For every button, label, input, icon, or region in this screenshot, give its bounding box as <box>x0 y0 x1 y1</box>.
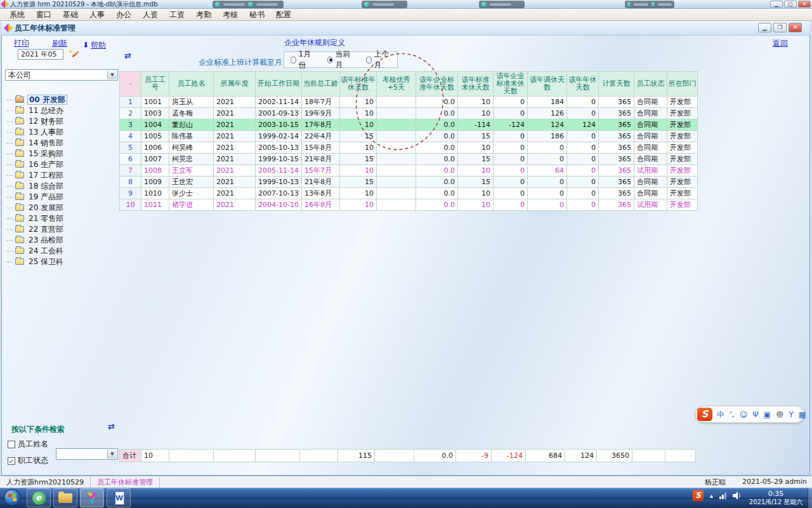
tree-item-12[interactable]: 12 财务部 <box>6 116 67 126</box>
table-cell[interactable]: 0.0 <box>416 131 457 142</box>
table-cell[interactable]: 18年7月 <box>301 97 339 108</box>
network-icon[interactable] <box>719 493 726 499</box>
start-button[interactable] <box>4 489 21 506</box>
taskbar-hrm-button[interactable] <box>80 488 104 507</box>
table-cell[interactable]: 2001-09-13 <box>256 108 302 119</box>
table-cell[interactable]: 1007 <box>141 154 169 165</box>
menu-item[interactable]: 办公 <box>110 9 137 20</box>
menu-item[interactable]: 配置 <box>270 9 297 20</box>
table-cell[interactable]: 2 <box>120 108 141 119</box>
table-cell[interactable]: 3 <box>120 119 141 131</box>
radio-option[interactable]: 上个月 <box>366 49 391 70</box>
period-input[interactable]: 2021 年05 <box>18 49 63 60</box>
table-cell[interactable]: 0.0 <box>416 199 457 211</box>
table-cell[interactable]: 褚学进 <box>169 199 214 211</box>
table-row[interactable]: 11001房玉从20212002-11-1418年7月100.010018403… <box>120 97 698 108</box>
sogou-logo-icon[interactable]: S <box>697 408 712 421</box>
table-cell[interactable]: 开发部 <box>667 165 697 177</box>
table-cell[interactable]: 1005 <box>141 131 169 142</box>
table-cell[interactable]: 10 <box>120 199 141 211</box>
table-cell[interactable]: 365 <box>598 97 634 108</box>
table-cell[interactable]: 1999-10-13 <box>256 177 302 188</box>
table-cell[interactable]: 15 <box>339 177 376 188</box>
table-cell[interactable]: 2005-10-13 <box>256 142 302 154</box>
table-cell[interactable]: 0 <box>566 165 598 177</box>
table-cell[interactable]: 5 <box>120 142 141 154</box>
table-cell[interactable]: 365 <box>598 119 634 131</box>
table-cell[interactable] <box>376 97 416 108</box>
table-cell[interactable]: 0 <box>566 177 598 188</box>
table-cell[interactable]: 10 <box>457 199 493 211</box>
name-filter-select[interactable]: ▼ <box>56 448 118 460</box>
tree-item-17[interactable]: 17 工程部 <box>6 170 67 180</box>
table-cell[interactable]: 试用期 <box>634 165 667 177</box>
tree-item-25[interactable]: 25 保卫科 <box>6 257 67 267</box>
table-cell[interactable]: 365 <box>598 154 634 165</box>
table-cell[interactable]: 0.0 <box>416 142 457 154</box>
tree-item-11[interactable]: 11 总经办 <box>6 105 67 116</box>
transfer-columns-icon[interactable]: ⇄ <box>124 52 131 60</box>
table-cell[interactable]: 0 <box>566 108 598 119</box>
tree-item-16[interactable]: 16 生产部 <box>6 159 67 170</box>
table-cell[interactable]: 2021 <box>214 97 256 108</box>
table-cell[interactable]: 0 <box>566 97 598 108</box>
table-cell[interactable]: 张少士 <box>169 188 214 199</box>
table-cell[interactable]: 2021 <box>214 154 256 165</box>
taskbar-clock[interactable]: 0:35 2021/6/12 星期六 <box>749 490 803 506</box>
column-header[interactable]: 计算天数 <box>598 72 634 97</box>
column-header[interactable]: 所在部门 <box>667 72 697 97</box>
table-cell[interactable] <box>376 199 416 211</box>
table-cell[interactable]: 0.0 <box>416 97 457 108</box>
table-cell[interactable]: 1011 <box>141 199 169 211</box>
maximize-button[interactable]: □ <box>784 1 797 8</box>
table-cell[interactable]: 15 <box>339 131 376 142</box>
menu-item[interactable]: 人资 <box>137 9 164 20</box>
table-cell[interactable] <box>376 119 416 131</box>
table-cell[interactable]: 2021 <box>214 131 256 142</box>
table-cell[interactable] <box>376 108 416 119</box>
table-cell[interactable]: 9 <box>120 188 141 199</box>
table-cell[interactable]: 2002-11-14 <box>256 97 302 108</box>
tree-item-14[interactable]: 14 销售部 <box>6 138 67 148</box>
table-cell[interactable]: 0.0 <box>416 188 457 199</box>
table-cell[interactable]: 21年8月 <box>301 177 339 188</box>
tree-item-21[interactable]: 21 零售部 <box>6 213 67 224</box>
table-cell[interactable]: 8 <box>120 177 141 188</box>
table-row[interactable]: 101011褚学进20212004-10-1016年8月100.01000036… <box>120 199 698 211</box>
table-cell[interactable]: 0 <box>493 199 527 211</box>
table-cell[interactable]: 合同期 <box>634 188 667 199</box>
table-cell[interactable]: 365 <box>598 108 634 119</box>
menu-item[interactable]: 基础 <box>57 9 84 20</box>
table-cell[interactable]: 0 <box>566 154 598 165</box>
table-cell[interactable]: 186 <box>527 131 566 142</box>
table-cell[interactable]: 0.0 <box>416 154 457 165</box>
table-cell[interactable]: 2021 <box>214 165 256 177</box>
column-header[interactable]: 该年标准年休天数 <box>339 72 376 97</box>
table-cell[interactable]: 2021 <box>214 177 256 188</box>
table-cell[interactable]: 开发部 <box>667 108 697 119</box>
table-cell[interactable]: 10 <box>339 142 376 154</box>
table-cell[interactable] <box>376 154 416 165</box>
skin-icon[interactable]: Y <box>789 410 793 419</box>
table-cell[interactable]: 126 <box>527 108 566 119</box>
table-cell[interactable]: 124 <box>566 119 598 131</box>
table-cell[interactable]: 7 <box>120 165 141 177</box>
table-cell[interactable]: 10 <box>339 119 376 131</box>
table-cell[interactable]: 0 <box>566 142 598 154</box>
column-header[interactable]: 员工姓名 <box>169 72 214 97</box>
sogou-tray-icon[interactable]: S <box>693 490 704 501</box>
table-cell[interactable]: 13年8月 <box>301 188 339 199</box>
column-header[interactable]: 开始工作日期 <box>256 72 302 97</box>
table-cell[interactable]: 王世宏 <box>169 177 214 188</box>
table-cell[interactable]: 10 <box>339 199 376 211</box>
table-cell[interactable]: 合同期 <box>634 119 667 131</box>
table-cell[interactable]: 1004 <box>141 119 169 131</box>
table-cell[interactable]: 10 <box>339 97 376 108</box>
table-cell[interactable]: -114 <box>457 119 493 131</box>
radio-selected[interactable]: 当前月 <box>327 49 352 70</box>
table-cell[interactable]: 0 <box>527 154 566 165</box>
column-header[interactable]: 所属年度 <box>214 72 256 97</box>
table-cell[interactable]: 开发部 <box>667 142 697 154</box>
taskbar-browser-button[interactable]: e <box>27 488 51 507</box>
table-cell[interactable]: 董彭山 <box>169 119 214 131</box>
